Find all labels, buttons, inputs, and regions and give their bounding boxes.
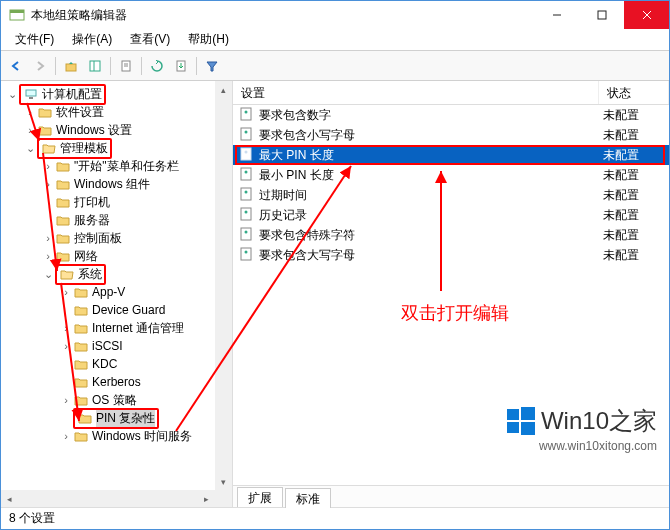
- list-pane: 设置 状态 要求包含数字未配置 要求包含小写字母未配置 最大 PIN 长度未配置…: [233, 81, 669, 507]
- folder-open-icon: [41, 140, 57, 156]
- tree-scrollbar-vertical[interactable]: ▴▾: [215, 81, 232, 490]
- svg-point-28: [245, 231, 248, 234]
- expander-icon[interactable]: ⌄: [5, 88, 19, 101]
- folder-icon: [37, 104, 53, 120]
- expander-icon[interactable]: ›: [23, 106, 37, 118]
- menu-help[interactable]: 帮助(H): [180, 29, 237, 50]
- tree-item-control-panel[interactable]: ›控制面板: [3, 229, 230, 247]
- svg-point-24: [245, 191, 248, 194]
- tree-item-network[interactable]: ›网络: [3, 247, 230, 265]
- tree-label: 控制面板: [74, 230, 122, 247]
- tree-pane[interactable]: ⌄ 计算机配置 ›软件设置 ›Windows 设置 ⌄管理模板 ›"开始"菜单和…: [1, 81, 233, 507]
- list-body[interactable]: 要求包含数字未配置 要求包含小写字母未配置 最大 PIN 长度未配置 最小 PI…: [233, 105, 669, 485]
- tree-item-kerberos[interactable]: Kerberos: [3, 373, 230, 391]
- list-item-require-uppercase[interactable]: 要求包含大写字母未配置: [233, 245, 669, 265]
- list-item-require-digits[interactable]: 要求包含数字未配置: [233, 105, 669, 125]
- tree-item-computer-config[interactable]: ⌄ 计算机配置: [3, 85, 230, 103]
- svg-rect-34: [521, 422, 535, 435]
- tree-item-iscsi[interactable]: ›iSCSI: [3, 337, 230, 355]
- list-item-history[interactable]: 历史记录未配置: [233, 205, 669, 225]
- list-item-require-lowercase[interactable]: 要求包含小写字母未配置: [233, 125, 669, 145]
- scroll-up-icon[interactable]: ▴: [215, 81, 232, 98]
- svg-rect-33: [507, 422, 519, 433]
- tree-item-os-policy[interactable]: ›OS 策略: [3, 391, 230, 409]
- expander-icon[interactable]: ›: [41, 250, 55, 262]
- tree-item-windows-components[interactable]: ›Windows 组件: [3, 175, 230, 193]
- up-button[interactable]: [60, 55, 82, 77]
- tree-item-device-guard[interactable]: Device Guard: [3, 301, 230, 319]
- show-hide-tree-button[interactable]: [84, 55, 106, 77]
- svg-rect-15: [241, 108, 251, 120]
- expander-icon[interactable]: ›: [41, 160, 55, 172]
- menu-view[interactable]: 查看(V): [122, 29, 178, 50]
- tree-label: 计算机配置: [42, 86, 102, 103]
- tree-item-kdc[interactable]: KDC: [3, 355, 230, 373]
- list-item-max-pin-length[interactable]: 最大 PIN 长度未配置: [233, 145, 669, 165]
- tree-item-windows-time[interactable]: ›Windows 时间服务: [3, 427, 230, 445]
- expander-icon[interactable]: ›: [59, 322, 73, 334]
- list-item-expiration[interactable]: 过期时间未配置: [233, 185, 669, 205]
- scroll-left-icon[interactable]: ◂: [1, 490, 18, 507]
- folder-icon: [73, 428, 89, 444]
- tree-label: Internet 通信管理: [92, 320, 184, 337]
- list-header: 设置 状态: [233, 81, 669, 105]
- column-header-state[interactable]: 状态: [599, 81, 669, 104]
- tree-item-admin-templates[interactable]: ⌄管理模板: [3, 139, 230, 157]
- tree-item-pin-complexity[interactable]: PIN 复杂性: [3, 409, 230, 427]
- tab-extended[interactable]: 扩展: [237, 487, 283, 507]
- tree-label: Kerberos: [92, 375, 141, 389]
- scroll-right-icon[interactable]: ▸: [198, 490, 215, 507]
- export-button[interactable]: [170, 55, 192, 77]
- expander-icon[interactable]: ›: [41, 232, 55, 244]
- tree-item-software-settings[interactable]: ›软件设置: [3, 103, 230, 121]
- folder-icon: [73, 284, 89, 300]
- filter-button[interactable]: [201, 55, 223, 77]
- policy-icon: [239, 107, 255, 123]
- tree-label: 管理模板: [60, 140, 108, 157]
- expander-icon[interactable]: ›: [41, 178, 55, 190]
- close-button[interactable]: [624, 1, 669, 29]
- refresh-button[interactable]: [146, 55, 168, 77]
- svg-rect-32: [521, 407, 535, 420]
- folder-icon: [55, 212, 71, 228]
- properties-button[interactable]: [115, 55, 137, 77]
- setting-state: 未配置: [599, 107, 669, 124]
- minimize-button[interactable]: [534, 1, 579, 29]
- tree-item-windows-settings[interactable]: ›Windows 设置: [3, 121, 230, 139]
- tree-item-internet-communication[interactable]: ›Internet 通信管理: [3, 319, 230, 337]
- expander-icon[interactable]: ›: [59, 286, 73, 298]
- expander-icon[interactable]: ⌄: [23, 142, 37, 155]
- menu-file[interactable]: 文件(F): [7, 29, 62, 50]
- tree-item-server[interactable]: 服务器: [3, 211, 230, 229]
- tree-label: OS 策略: [92, 392, 137, 409]
- expander-icon[interactable]: ›: [59, 340, 73, 352]
- expander-icon[interactable]: ›: [59, 394, 73, 406]
- back-button[interactable]: [5, 55, 27, 77]
- list-item-require-special[interactable]: 要求包含特殊字符未配置: [233, 225, 669, 245]
- tree-item-printers[interactable]: 打印机: [3, 193, 230, 211]
- expander-icon[interactable]: ⌄: [41, 268, 55, 281]
- svg-rect-14: [29, 97, 33, 99]
- svg-rect-25: [241, 208, 251, 220]
- tree-item-appv[interactable]: ›App-V: [3, 283, 230, 301]
- setting-state: 未配置: [599, 147, 669, 164]
- tree-label: Windows 时间服务: [92, 428, 192, 445]
- titlebar: 本地组策略编辑器: [1, 1, 669, 29]
- scroll-down-icon[interactable]: ▾: [215, 473, 232, 490]
- watermark: Win10之家 www.win10xitong.com: [507, 405, 657, 453]
- tab-standard[interactable]: 标准: [285, 488, 331, 508]
- tree-item-start-menu[interactable]: ›"开始"菜单和任务栏: [3, 157, 230, 175]
- expander-icon[interactable]: ›: [23, 124, 37, 136]
- column-header-setting[interactable]: 设置: [233, 81, 599, 104]
- tree-scrollbar-horizontal[interactable]: ◂▸: [1, 490, 215, 507]
- menu-action[interactable]: 操作(A): [64, 29, 120, 50]
- body: ⌄ 计算机配置 ›软件设置 ›Windows 设置 ⌄管理模板 ›"开始"菜单和…: [1, 81, 669, 507]
- list-item-min-pin-length[interactable]: 最小 PIN 长度未配置: [233, 165, 669, 185]
- policy-icon: [239, 127, 255, 143]
- maximize-button[interactable]: [579, 1, 624, 29]
- folder-icon: [55, 230, 71, 246]
- forward-button[interactable]: [29, 55, 51, 77]
- folder-icon: [73, 302, 89, 318]
- expander-icon[interactable]: ›: [59, 430, 73, 442]
- tree-item-system[interactable]: ⌄系统: [3, 265, 230, 283]
